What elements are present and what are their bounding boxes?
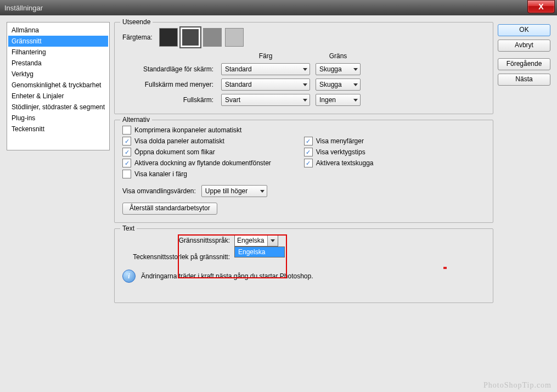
cb-enable-docking[interactable]: ✓ xyxy=(122,159,131,167)
color-header: Färg xyxy=(221,52,310,60)
info-text: Ändringarna träder i kraft nästa gång du… xyxy=(141,272,313,280)
border-header: Gräns xyxy=(316,52,361,60)
cb-text-shadow[interactable]: ✓ xyxy=(304,159,313,167)
appearance-title: Utseende xyxy=(120,18,153,26)
sidebar-item-units[interactable]: Enheter & Linjaler xyxy=(8,91,108,102)
chevron-down-icon xyxy=(271,239,275,242)
theme-swatch-1[interactable] xyxy=(159,28,178,47)
row3-label: Fullskärm: xyxy=(122,96,216,104)
prev-button[interactable]: Föregående xyxy=(498,58,550,70)
next-button[interactable]: Nästa xyxy=(498,74,550,86)
cb-open-as-tabs[interactable]: ✓ xyxy=(122,148,131,156)
transform-label: Visa omvandlingsvärden: xyxy=(122,187,196,195)
language-dropdown-list[interactable]: Engelska xyxy=(234,247,285,257)
text-title: Text xyxy=(120,225,137,232)
language-dropdown[interactable]: Engelska xyxy=(234,234,278,247)
row3-border-dropdown[interactable]: Ingen xyxy=(316,94,361,106)
sidebar-item-plugins[interactable]: Plug-ins xyxy=(8,113,108,124)
theme-label: Färgtema: xyxy=(122,33,155,41)
category-sidebar: Allmänna Gränssnitt Filhantering Prestan… xyxy=(7,22,110,150)
cb-tooltips[interactable]: ✓ xyxy=(304,148,313,156)
screen-mode-grid: Färg Gräns Standardläge för skärm: Stand… xyxy=(122,52,485,106)
row2-label: Fullskärm med menyer: xyxy=(122,81,216,88)
cb-compress-icons[interactable] xyxy=(122,126,131,135)
reset-workspaces-button[interactable]: Återställ standardarbetsytor xyxy=(122,203,217,215)
chevron-down-icon xyxy=(353,99,358,102)
sidebar-item-type[interactable]: Teckensnitt xyxy=(8,124,108,135)
fontsize-label: Teckensnittsstorlek på gränssnitt: xyxy=(122,253,230,261)
chevron-down-icon xyxy=(303,68,307,71)
dialog-buttons: OK Avbryt Föregående Nästa xyxy=(498,22,550,385)
row2-border-dropdown[interactable]: Skugga xyxy=(316,79,361,91)
chevron-down-icon xyxy=(353,83,358,86)
options-group: Alternativ Komprimera ikonpaneler automa… xyxy=(114,120,493,223)
appearance-group: Utseende Färgtema: Färg Gräns Standardlä… xyxy=(114,22,493,114)
preferences-window: Inställningar X Allmänna Gränssnitt Filh… xyxy=(0,0,557,392)
theme-swatch-3[interactable] xyxy=(203,28,222,47)
cb-channels-color[interactable] xyxy=(122,170,131,178)
row2-color-dropdown[interactable]: Standard xyxy=(221,79,310,91)
window-body: Allmänna Gränssnitt Filhantering Prestan… xyxy=(0,15,557,392)
sidebar-item-performance[interactable]: Prestanda xyxy=(8,58,108,69)
cb-menu-colors[interactable]: ✓ xyxy=(304,137,313,145)
close-icon: X xyxy=(538,2,543,11)
sidebar-item-filehandling[interactable]: Filhantering xyxy=(8,47,108,58)
sidebar-item-tools[interactable]: Verktyg xyxy=(8,69,108,80)
row1-label: Standardläge för skärm: xyxy=(122,65,216,73)
info-icon: i xyxy=(122,270,136,283)
row1-border-dropdown[interactable]: Skugga xyxy=(316,63,361,75)
text-group: Text Gränssnittsspråk: Engelska Engelska xyxy=(114,228,493,303)
sidebar-item-general[interactable]: Allmänna xyxy=(8,25,108,36)
titlebar: Inställningar X xyxy=(0,0,557,16)
main-panel: Utseende Färgtema: Färg Gräns Standardlä… xyxy=(114,22,493,385)
window-title: Inställningar xyxy=(4,4,527,12)
chevron-down-icon xyxy=(353,68,358,71)
sidebar-item-guides[interactable]: Stödlinjer, stödraster & segment xyxy=(8,102,108,113)
options-title: Alternativ xyxy=(120,116,152,124)
chevron-down-icon xyxy=(303,83,307,86)
annotation-marker xyxy=(443,267,447,269)
language-option-engelska[interactable]: Engelska xyxy=(235,247,284,257)
close-button[interactable]: X xyxy=(527,0,555,13)
theme-swatch-4[interactable] xyxy=(225,28,244,47)
cancel-button[interactable]: Avbryt xyxy=(498,40,550,52)
sidebar-item-transparency[interactable]: Genomskinlighet & tryckbarhet xyxy=(8,80,108,91)
chevron-down-icon xyxy=(260,190,265,193)
row3-color-dropdown[interactable]: Svart xyxy=(221,94,310,106)
sidebar-item-interface[interactable]: Gränssnitt xyxy=(8,36,108,47)
ok-button[interactable]: OK xyxy=(498,24,550,36)
cb-show-hidden[interactable]: ✓ xyxy=(122,137,131,145)
theme-swatch-2[interactable] xyxy=(181,28,200,47)
transform-dropdown[interactable]: Uppe till höger xyxy=(201,185,267,197)
row1-color-dropdown[interactable]: Standard xyxy=(221,63,310,75)
watermark: PhotoShopTip.com xyxy=(483,381,552,390)
chevron-down-icon xyxy=(303,99,307,102)
dropdown-arrow-button[interactable] xyxy=(267,235,278,246)
theme-swatches xyxy=(159,28,244,47)
language-label: Gränssnittsspråk: xyxy=(122,237,230,244)
